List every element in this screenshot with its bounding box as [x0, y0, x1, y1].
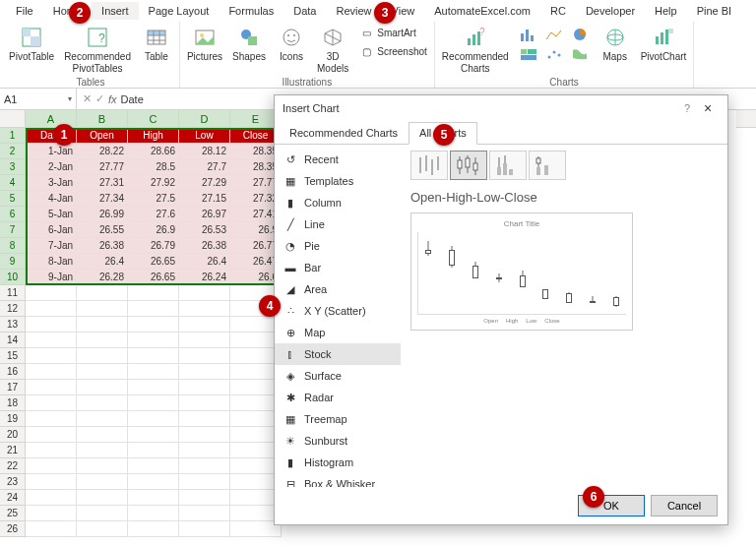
- row-header[interactable]: 18: [0, 395, 26, 411]
- pivotchart-button[interactable]: PivotChart: [637, 24, 691, 65]
- cell[interactable]: [128, 317, 179, 333]
- chart-category-item[interactable]: ◈Surface: [275, 365, 401, 387]
- cell[interactable]: 28.66: [128, 144, 179, 159]
- cell[interactable]: [128, 490, 179, 506]
- recommended-charts-button[interactable]: ? Recommended Charts: [438, 24, 513, 76]
- cell[interactable]: [128, 411, 179, 427]
- cell[interactable]: [179, 285, 230, 301]
- cell[interactable]: 27.31: [77, 175, 128, 191]
- smartart-button[interactable]: ▭ SmartArt: [354, 24, 431, 41]
- cell[interactable]: [26, 474, 77, 490]
- row-header[interactable]: 22: [0, 458, 26, 474]
- cell[interactable]: 9-Jan: [26, 270, 77, 285]
- cell[interactable]: 28.5: [128, 159, 179, 175]
- cell[interactable]: [26, 301, 77, 317]
- cell[interactable]: [179, 474, 230, 490]
- cell[interactable]: [179, 458, 230, 474]
- chart-category-item[interactable]: ▦Treemap: [275, 408, 401, 430]
- cell[interactable]: 26.97: [179, 207, 230, 222]
- accept-formula-icon[interactable]: ✓: [95, 92, 104, 105]
- 3d-models-button[interactable]: 3D Models: [313, 24, 352, 76]
- map-chart-button[interactable]: [568, 45, 592, 63]
- column-header[interactable]: C: [128, 110, 179, 128]
- cancel-button[interactable]: Cancel: [651, 495, 718, 516]
- cell[interactable]: 2-Jan: [26, 159, 77, 175]
- cell[interactable]: [128, 521, 179, 537]
- cell[interactable]: 26.65: [128, 254, 179, 270]
- cell[interactable]: [26, 443, 77, 458]
- menu-item-file[interactable]: File: [6, 2, 43, 20]
- pictures-button[interactable]: Pictures: [183, 24, 226, 65]
- cell[interactable]: [179, 364, 230, 380]
- column-chart-button[interactable]: [517, 26, 540, 43]
- cell[interactable]: 27.15: [179, 191, 230, 207]
- cell[interactable]: [77, 395, 128, 411]
- cell[interactable]: [26, 427, 77, 443]
- icons-button[interactable]: Icons: [272, 24, 311, 65]
- chart-category-item[interactable]: ⊕Map: [275, 322, 401, 343]
- cell[interactable]: [77, 506, 128, 521]
- cell[interactable]: [26, 364, 77, 380]
- menu-item-insert[interactable]: Insert: [92, 2, 139, 20]
- cell[interactable]: 26.28: [77, 270, 128, 285]
- cell[interactable]: [26, 411, 77, 427]
- cell[interactable]: 4-Jan: [26, 191, 77, 207]
- row-header[interactable]: 6: [0, 207, 26, 222]
- cell[interactable]: [179, 506, 230, 521]
- cell[interactable]: [26, 521, 77, 537]
- cell[interactable]: [179, 317, 230, 333]
- row-header[interactable]: 10: [0, 270, 26, 285]
- chart-category-item[interactable]: ✱Radar: [275, 387, 401, 408]
- row-header[interactable]: 12: [0, 301, 26, 317]
- recommended-pivottables-button[interactable]: ? Recommended PivotTables: [60, 24, 135, 76]
- row-header[interactable]: 19: [0, 411, 26, 427]
- chart-preview[interactable]: Chart Title OpenHighLowClose: [410, 212, 633, 331]
- row-header[interactable]: 11: [0, 285, 26, 301]
- cell[interactable]: [179, 395, 230, 411]
- cell[interactable]: [128, 364, 179, 380]
- line-chart-button[interactable]: [542, 26, 566, 43]
- cell[interactable]: 26.4: [77, 254, 128, 270]
- cell[interactable]: [179, 427, 230, 443]
- cell[interactable]: 26.65: [128, 270, 179, 285]
- cell[interactable]: 27.5: [128, 191, 179, 207]
- formula-input[interactable]: Date: [121, 93, 144, 105]
- cell[interactable]: 27.77: [77, 159, 128, 175]
- cell[interactable]: [26, 317, 77, 333]
- row-header[interactable]: 7: [0, 222, 26, 238]
- shapes-button[interactable]: Shapes: [228, 24, 270, 65]
- cell[interactable]: 26.24: [179, 270, 230, 285]
- row-header[interactable]: 8: [0, 238, 26, 254]
- cell[interactable]: [179, 490, 230, 506]
- cell[interactable]: 7-Jan: [26, 238, 77, 254]
- cell[interactable]: [77, 490, 128, 506]
- menu-item-formulas[interactable]: Formulas: [219, 2, 284, 20]
- cell[interactable]: 8-Jan: [26, 254, 77, 270]
- cell[interactable]: [26, 380, 77, 395]
- cell[interactable]: 1-Jan: [26, 144, 77, 159]
- cell[interactable]: 27.7: [179, 159, 230, 175]
- row-header[interactable]: 23: [0, 474, 26, 490]
- row-header[interactable]: 4: [0, 175, 26, 191]
- cell[interactable]: [26, 285, 77, 301]
- cell[interactable]: 26.55: [77, 222, 128, 238]
- row-header[interactable]: 16: [0, 364, 26, 380]
- cell[interactable]: [179, 443, 230, 458]
- cell[interactable]: [26, 333, 77, 348]
- cell[interactable]: 26.4: [179, 254, 230, 270]
- cancel-formula-icon[interactable]: ✕: [83, 92, 92, 105]
- chart-category-item[interactable]: ▮Histogram: [275, 452, 401, 473]
- row-header[interactable]: 3: [0, 159, 26, 175]
- cell[interactable]: 26.53: [179, 222, 230, 238]
- cell[interactable]: [77, 317, 128, 333]
- row-header[interactable]: 14: [0, 333, 26, 348]
- dialog-tab[interactable]: Recommended Charts: [279, 122, 409, 145]
- cell[interactable]: [179, 333, 230, 348]
- cell[interactable]: 3-Jan: [26, 175, 77, 191]
- cell[interactable]: 28.12: [179, 144, 230, 159]
- chart-category-item[interactable]: ↺Recent: [275, 149, 401, 170]
- cell[interactable]: [77, 364, 128, 380]
- pivottable-button[interactable]: PivotTable: [5, 24, 58, 65]
- cell[interactable]: [77, 333, 128, 348]
- row-header[interactable]: 24: [0, 490, 26, 506]
